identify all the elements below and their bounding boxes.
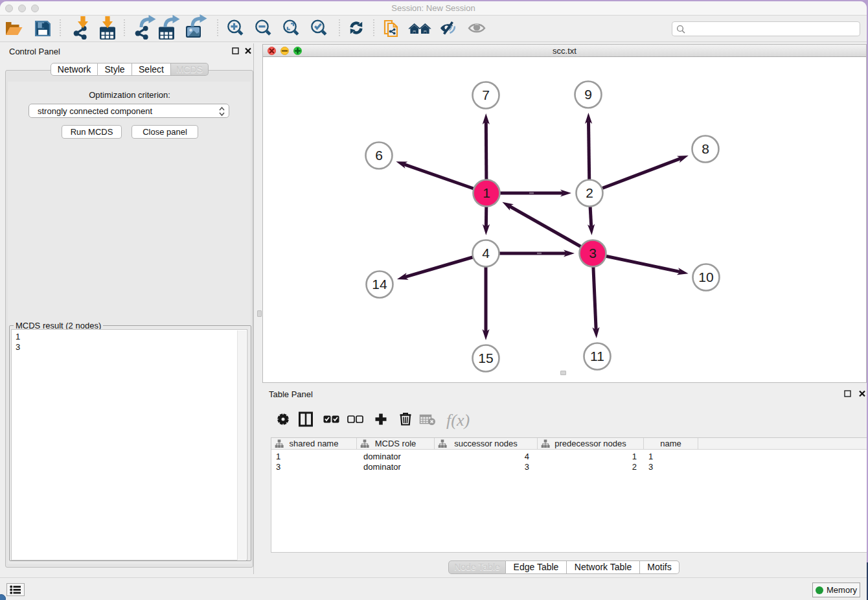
svg-text:10: 10	[698, 270, 713, 284]
svg-text:4: 4	[482, 246, 490, 260]
svg-text:14: 14	[372, 277, 387, 292]
svg-text:7: 7	[482, 87, 490, 102]
svg-text:3: 3	[589, 246, 597, 260]
svg-text:6: 6	[375, 148, 383, 163]
svg-text:f(x): f(x)	[446, 411, 470, 430]
svg-text:1: 1	[483, 185, 490, 200]
svg-text:8: 8	[702, 141, 709, 156]
svg-text:15: 15	[478, 351, 493, 365]
svg-text:11: 11	[590, 349, 604, 363]
svg-text:2: 2	[586, 185, 593, 200]
svg-text:9: 9	[584, 87, 592, 102]
